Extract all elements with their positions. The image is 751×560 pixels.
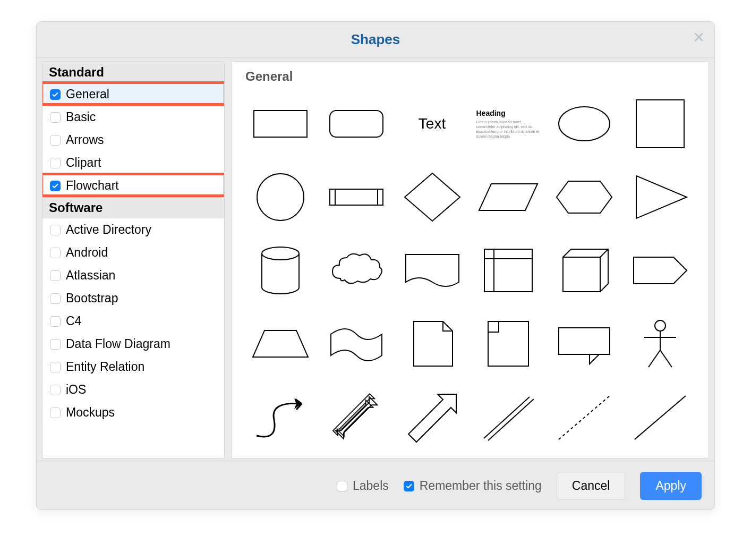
shape-wave[interactable]	[321, 315, 391, 373]
checkbox-icon	[50, 135, 61, 146]
shape-preview-panel[interactable]: General TextHeadingLorem ipsum dolor sit…	[231, 61, 709, 459]
shape-cloud[interactable]	[321, 241, 391, 300]
checkbox-icon	[50, 362, 61, 372]
sidebar-item-label: Mockups	[66, 405, 115, 420]
labels-checkbox[interactable]: Labels	[337, 479, 389, 493]
svg-line-22	[635, 396, 686, 439]
shape-rounded-rectangle[interactable]	[321, 95, 391, 153]
sidebar-item-label: C4	[66, 314, 81, 328]
checkbox-icon	[50, 181, 61, 191]
sidebar-item-label: Arrows	[66, 133, 104, 147]
sidebar-item-general[interactable]: General	[42, 83, 224, 106]
svg-line-21	[559, 396, 610, 439]
shape-text[interactable]: Text	[397, 95, 467, 153]
labels-checkbox-label: Labels	[353, 479, 389, 493]
sidebar-item-mockups[interactable]: Mockups	[42, 401, 224, 424]
sidebar-item-clipart[interactable]: Clipart	[42, 151, 224, 174]
checkbox-icon	[337, 481, 347, 491]
svg-line-19	[484, 397, 530, 438]
sidebar-item-basic[interactable]: Basic	[42, 106, 224, 129]
checkbox-icon	[50, 225, 61, 235]
checkbox-icon	[404, 481, 414, 491]
checkbox-icon	[50, 112, 61, 123]
shape-ellipse[interactable]	[549, 95, 619, 153]
shape-square[interactable]	[625, 95, 695, 153]
shape-double-line[interactable]	[473, 388, 543, 446]
sidebar-item-label: iOS	[66, 383, 86, 397]
sidebar-item-bootstrap[interactable]: Bootstrap	[42, 287, 224, 310]
shape-page[interactable]	[397, 315, 467, 373]
cancel-button[interactable]: Cancel	[557, 472, 626, 500]
sidebar-item-flowchart[interactable]: Flowchart	[42, 174, 224, 197]
svg-point-4	[257, 174, 304, 220]
svg-rect-9	[484, 249, 532, 292]
svg-rect-1	[330, 111, 383, 137]
sidebar-item-active-directory[interactable]: Active Directory	[42, 218, 224, 241]
shapes-dialog: Shapes ✕ StandardGeneralBasicArrowsClipa…	[36, 21, 715, 510]
sidebar-item-label: Atlassian	[66, 268, 115, 283]
shape-category-sidebar[interactable]: StandardGeneralBasicArrowsClipartFlowcha…	[42, 61, 225, 459]
close-icon[interactable]: ✕	[693, 30, 705, 45]
shape-page-corner[interactable]	[473, 315, 543, 373]
sidebar-item-c4[interactable]: C4	[42, 310, 224, 333]
checkbox-icon	[50, 270, 61, 281]
remember-checkbox[interactable]: Remember this setting	[404, 479, 542, 493]
dialog-body: StandardGeneralBasicArrowsClipartFlowcha…	[37, 58, 714, 462]
sidebar-wrap: StandardGeneralBasicArrowsClipartFlowcha…	[37, 58, 228, 462]
sidebar-item-label: Entity Relation	[66, 360, 144, 374]
shape-parallelogram[interactable]	[473, 168, 543, 226]
shape-hexagon[interactable]	[549, 168, 619, 226]
svg-line-20	[488, 399, 534, 440]
shape-double-arrow[interactable]	[321, 388, 391, 446]
shape-actor[interactable]	[625, 315, 695, 373]
shape-solid-line[interactable]	[625, 388, 695, 446]
sidebar-item-entity-relation[interactable]: Entity Relation	[42, 355, 224, 378]
svg-rect-5	[330, 189, 383, 205]
shape-callout[interactable]	[549, 315, 619, 373]
checkbox-icon	[50, 339, 61, 350]
checkbox-icon	[50, 248, 61, 258]
sidebar-item-ios[interactable]: iOS	[42, 378, 224, 401]
shape-heading-paragraph[interactable]: HeadingLorem ipsum dolor sit amet, conse…	[473, 95, 543, 153]
svg-rect-12	[559, 328, 610, 354]
sidebar-item-android[interactable]: Android	[42, 241, 224, 264]
svg-line-16	[648, 350, 660, 367]
remember-checkbox-label: Remember this setting	[420, 479, 542, 493]
shape-rectangle[interactable]	[245, 95, 315, 153]
svg-point-8	[262, 247, 299, 260]
shape-step-arrow[interactable]	[625, 241, 695, 300]
shape-process-bar[interactable]	[321, 168, 391, 226]
checkbox-icon	[50, 89, 61, 100]
category-header: Software	[42, 197, 224, 218]
shape-dashed-line[interactable]	[549, 388, 619, 446]
sidebar-item-label: Clipart	[66, 156, 101, 170]
checkbox-icon	[50, 158, 61, 168]
shape-curve-arrow[interactable]	[245, 388, 315, 446]
sidebar-item-label: Flowchart	[66, 179, 119, 193]
dialog-header: Shapes ✕	[37, 22, 714, 58]
shape-diamond[interactable]	[397, 168, 467, 226]
category-header: Standard	[42, 62, 224, 83]
shape-cylinder[interactable]	[245, 241, 315, 300]
sidebar-item-atlassian[interactable]: Atlassian	[42, 264, 224, 287]
svg-rect-3	[636, 100, 684, 148]
shape-single-arrow[interactable]	[397, 388, 467, 446]
shape-triangle-right[interactable]	[625, 168, 695, 226]
svg-point-13	[655, 320, 665, 331]
shape-card-wavy[interactable]	[397, 241, 467, 300]
shape-circle[interactable]	[245, 168, 315, 226]
shape-grid: TextHeadingLorem ipsum dolor sit amet, c…	[245, 95, 695, 459]
shape-internal-storage[interactable]	[473, 241, 543, 300]
checkbox-icon	[50, 408, 61, 418]
sidebar-item-data-flow-diagram[interactable]: Data Flow Diagram	[42, 333, 224, 355]
sidebar-item-label: General	[66, 87, 109, 101]
sidebar-item-label: Bootstrap	[66, 291, 118, 306]
sidebar-item-label: Active Directory	[66, 223, 151, 237]
svg-line-17	[660, 350, 672, 367]
sidebar-item-arrows[interactable]: Arrows	[42, 129, 224, 151]
sidebar-item-label: Data Flow Diagram	[66, 337, 170, 351]
shape-cube[interactable]	[549, 241, 619, 300]
shape-trapezoid[interactable]	[245, 315, 315, 373]
apply-button[interactable]: Apply	[640, 472, 702, 500]
checkbox-icon	[50, 316, 61, 327]
